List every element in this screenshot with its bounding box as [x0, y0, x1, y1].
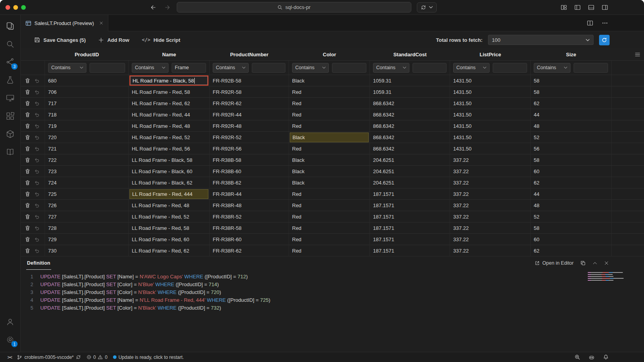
cell-productnumber[interactable]: FR-R38R-62 [210, 245, 289, 256]
cell-size[interactable]: 48 [531, 200, 612, 211]
cell-listprice[interactable]: 1431.50 [450, 132, 531, 143]
undo-row-icon[interactable] [34, 134, 40, 140]
cell-listprice[interactable]: 1431.50 [450, 143, 531, 154]
filter-input-productid[interactable] [90, 63, 125, 73]
close-tab-icon[interactable] [99, 21, 103, 25]
undo-row-icon[interactable] [34, 225, 40, 231]
forward-button[interactable] [164, 4, 170, 11]
cell-name[interactable]: HL Road Frame - Red, 48 [129, 120, 210, 132]
cell-standardcost[interactable]: 187.1571 [370, 211, 450, 222]
filter-input-standardcost[interactable] [413, 63, 447, 73]
delete-row-icon[interactable] [25, 146, 30, 152]
cell-productid[interactable]: 706 [45, 86, 129, 98]
close-panel-icon[interactable] [604, 261, 609, 265]
cell-listprice[interactable]: 1431.50 [450, 86, 531, 98]
cell-standardcost[interactable]: 868.6342 [370, 109, 450, 120]
cell-listprice[interactable]: 1431.50 [450, 98, 531, 109]
cell-productnumber[interactable]: FR-R92B-58 [210, 75, 289, 86]
filter-operator-color[interactable]: Contains [292, 63, 329, 73]
undo-row-icon[interactable] [34, 146, 40, 152]
command-center-search[interactable]: sql-docs-pr [177, 2, 411, 13]
delete-row-icon[interactable] [25, 203, 30, 208]
cell-productid[interactable]: 718 [45, 109, 129, 120]
cell-productnumber[interactable]: FR-R92R-44 [210, 109, 289, 120]
undo-row-icon[interactable] [34, 157, 40, 163]
delete-row-icon[interactable] [25, 112, 30, 118]
copilot-icon[interactable] [588, 354, 595, 360]
cell-productid[interactable]: 680 [45, 75, 129, 86]
cell-productid[interactable]: 724 [45, 177, 129, 188]
cell-name[interactable]: LL Road Frame - Red, 60 [129, 234, 210, 245]
filter-operator-productnumber[interactable]: Contains [213, 63, 249, 73]
cell-listprice[interactable]: 337.22 [450, 245, 531, 256]
cell-productnumber[interactable]: FR-R92R-58 [210, 86, 289, 98]
filter-input-listprice[interactable] [493, 63, 527, 73]
bell-icon[interactable] [603, 354, 609, 360]
cell-name[interactable]: LL Road Frame - Black, 58 [129, 154, 210, 166]
cell-listprice[interactable]: 337.22 [450, 166, 531, 177]
activity-extensions[interactable] [1, 107, 20, 125]
git-branch-item[interactable]: croblesm-0305-vscode* [14, 352, 83, 362]
cell-listprice[interactable]: 1431.50 [450, 75, 531, 86]
undo-row-icon[interactable] [34, 78, 40, 84]
cell-listprice[interactable]: 337.22 [450, 222, 531, 234]
minimize-window-button[interactable] [13, 5, 18, 10]
customize-layout-icon[interactable] [561, 4, 567, 11]
delete-row-icon[interactable] [25, 237, 30, 242]
cell-productid[interactable]: 721 [45, 143, 129, 154]
add-row-button[interactable]: Add Row [98, 37, 129, 43]
undo-row-icon[interactable] [34, 112, 40, 118]
column-header-standardcost[interactable]: StandardCost [370, 48, 450, 60]
cell-productid[interactable]: 729 [45, 234, 129, 245]
filter-operator-standardcost[interactable]: Contains [373, 63, 409, 73]
sql-script-editor[interactable]: 1UPDATE [SalesLT].[Product] SET [Name] =… [21, 270, 644, 352]
remote-indicator[interactable]: >< [5, 352, 14, 362]
cell-name[interactable]: HL Road Frame - Red, 56 [129, 143, 210, 154]
cell-productid[interactable]: 725 [45, 188, 129, 200]
cell-standardcost[interactable]: 187.1571 [370, 245, 450, 256]
filter-operator-productid[interactable]: Contains [48, 63, 86, 73]
activity-source-control[interactable]: 3 [1, 53, 20, 71]
cell-productid[interactable]: 728 [45, 222, 129, 234]
cell-standardcost[interactable]: 1059.31 [370, 86, 450, 98]
cell-name[interactable]: LL Road Frame - Red, 58 [129, 222, 210, 234]
cell-color[interactable]: Black [289, 166, 370, 177]
sync-dropdown-button[interactable] [417, 2, 437, 13]
cell-size[interactable]: 58 [531, 75, 612, 86]
code-line-5[interactable]: 5UPDATE [SalesLT].[Product] SET [Color] … [21, 304, 644, 312]
hide-script-button[interactable]: </> Hide Script [142, 37, 180, 43]
delete-row-icon[interactable] [25, 214, 30, 220]
undo-row-icon[interactable] [34, 168, 40, 174]
cell-name[interactable]: LL Road Frame - Black, 62 [129, 177, 210, 188]
cell-listprice[interactable]: 337.22 [450, 211, 531, 222]
code-line-1[interactable]: 1UPDATE [SalesLT].[Product] SET [Name] =… [21, 273, 644, 281]
cell-color[interactable]: Red [289, 143, 370, 154]
cell-color[interactable]: Red [289, 234, 370, 245]
cell-size[interactable]: 58 [531, 222, 612, 234]
cell-standardcost[interactable]: 187.1571 [370, 222, 450, 234]
cell-name[interactable]: LL Road Frame - Red, 52 [129, 211, 210, 222]
activity-accounts[interactable] [1, 313, 20, 331]
cell-size[interactable]: 60 [531, 234, 612, 245]
cell-color[interactable]: Red [289, 120, 370, 132]
cell-productnumber[interactable]: FR-R38B-58 [210, 154, 289, 166]
undo-row-icon[interactable] [34, 100, 40, 106]
cell-color[interactable]: Red [289, 98, 370, 109]
cell-standardcost[interactable]: 868.6342 [370, 98, 450, 109]
delete-row-icon[interactable] [25, 78, 30, 84]
cell-editor[interactable]: HL Road Frame - Black, 58 [129, 75, 208, 86]
activity-settings[interactable]: 1 [1, 331, 20, 349]
close-window-button[interactable] [5, 5, 10, 10]
undo-row-icon[interactable] [34, 214, 40, 220]
cell-productnumber[interactable]: FR-R38R-44 [210, 188, 289, 200]
cell-size[interactable]: 52 [531, 132, 612, 143]
code-line-4[interactable]: 4UPDATE [SalesLT].[Product] SET [Name] =… [21, 296, 644, 304]
activity-search[interactable] [1, 35, 20, 53]
cell-size[interactable]: 62 [531, 98, 612, 109]
cell-listprice[interactable]: 337.22 [450, 154, 531, 166]
total-rows-select[interactable]: 100 [488, 35, 594, 45]
toggle-primary-sidebar-icon[interactable] [574, 4, 581, 11]
delete-row-icon[interactable] [25, 168, 30, 174]
delete-row-icon[interactable] [25, 248, 30, 254]
cell-color[interactable]: Red [289, 211, 370, 222]
